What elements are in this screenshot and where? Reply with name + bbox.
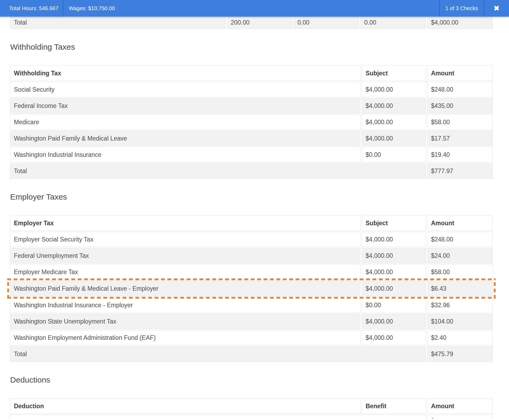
- tax-amount: $6.43: [427, 281, 493, 296]
- tax-subject: $4,000.00: [362, 131, 426, 146]
- employer-total-row: Total $475.79: [10, 346, 493, 362]
- table-row-wa-pfml[interactable]: Washington Paid Family & Medical Leave $…: [10, 131, 493, 146]
- employer-header-row: Employer Tax Subject Amount: [10, 215, 493, 231]
- table-row-medicare[interactable]: Medicare $4,000.00 $58.00: [10, 114, 493, 130]
- tax-name: Employer Medicare Tax: [10, 264, 361, 280]
- highlighted-row-wrapper: Washington Paid Family & Medical Leave -…: [10, 281, 493, 296]
- tax-subject: $4,000.00: [362, 82, 426, 97]
- earnings-total-value: 200.00: [227, 17, 292, 29]
- tax-amount: $248.00: [427, 232, 493, 247]
- tax-subject: $4,000.00: [362, 98, 426, 114]
- deductions-header-row: Deduction Benefit Amount: [10, 398, 493, 414]
- table-row-federal-unemployment[interactable]: Federal Unemployment Tax $4,000.00 $24.0…: [10, 248, 493, 263]
- column-header-withholding-tax: Withholding Tax: [10, 65, 361, 81]
- table-row-wa-eaf[interactable]: Washington Employment Administration Fun…: [10, 330, 493, 345]
- tax-subject: $4,000.00: [362, 248, 426, 263]
- wages-label: Wages: $10,750.00: [63, 0, 121, 17]
- checks-indicator: 1 of 3 Checks: [440, 0, 484, 17]
- tax-name: Washington State Unemployment Tax: [10, 314, 361, 329]
- tax-name: Washington Paid Family & Medical Leave: [10, 131, 361, 146]
- withholding-taxes-heading: Withholding Taxes: [10, 42, 493, 52]
- tax-subject: $0.00: [362, 147, 426, 162]
- tax-subject: $4,000.00: [362, 264, 426, 280]
- total-label: Total: [10, 346, 426, 362]
- earnings-total-value: $4,000.00: [427, 17, 493, 29]
- withholding-taxes-table: Withholding Tax Subject Amount Social Se…: [10, 65, 493, 179]
- tax-name: Washington Paid Family & Medical Leave -…: [10, 281, 361, 296]
- tax-subject: $4,000.00: [362, 232, 426, 247]
- table-row-employer-social-security[interactable]: Employer Social Security Tax $4,000.00 $…: [10, 232, 493, 247]
- tax-amount: $24.00: [427, 248, 493, 263]
- earnings-total-label: Total: [10, 17, 226, 29]
- total-label: Total: [10, 163, 426, 179]
- column-header-benefit: Benefit: [362, 398, 426, 414]
- withholding-total-row: Total $777.97: [10, 163, 493, 179]
- table-row-wa-industrial-insurance-employer[interactable]: Washington Industrial Insurance - Employ…: [10, 297, 493, 313]
- column-header-subject: Subject: [362, 65, 426, 81]
- tax-subject: $0.00: [362, 297, 426, 313]
- tax-amount: $104.00: [427, 314, 493, 329]
- tax-amount: $58.00: [427, 264, 493, 280]
- tax-subject: $4,000.00: [362, 330, 426, 345]
- wages-text: Wages: $10,750.00: [69, 5, 115, 11]
- table-row-wa-state-unemployment[interactable]: Washington State Unemployment Tax $4,000…: [10, 314, 493, 329]
- statusbar-spacer: [120, 0, 439, 17]
- table-row-wa-pfml-employer-highlighted[interactable]: Washington Paid Family & Medical Leave -…: [10, 281, 493, 296]
- tax-name: Washington Industrial Insurance - Employ…: [10, 297, 361, 313]
- deduction-name: [10, 415, 426, 418]
- column-header-amount: Amount: [427, 65, 493, 81]
- total-amount: $475.79: [427, 346, 493, 362]
- deductions-table: Deduction Benefit Amount $: [10, 398, 493, 418]
- check-detail-panel: Total 200.00 0.00 0.00 $4,000.00 Withhol…: [0, 17, 509, 418]
- deduction-row-partial[interactable]: $: [10, 415, 493, 418]
- withholding-header-row: Withholding Tax Subject Amount: [10, 65, 493, 81]
- checks-text: 1 of 3 Checks: [445, 5, 478, 11]
- tax-name: Federal Unemployment Tax: [10, 248, 361, 263]
- deduction-amount: $: [427, 415, 493, 418]
- earnings-total-row: Total 200.00 0.00 0.00 $4,000.00: [10, 17, 493, 29]
- tax-name: Social Security: [10, 82, 361, 97]
- table-row-federal-income-tax[interactable]: Federal Income Tax $4,000.00 $435.00: [10, 98, 493, 114]
- deductions-heading: Deductions: [10, 375, 493, 384]
- tax-subject: $4,000.00: [362, 114, 426, 130]
- table-row-employer-medicare[interactable]: Employer Medicare Tax $4,000.00 $58.00: [10, 264, 493, 280]
- tax-subject: $4,000.00: [362, 314, 426, 329]
- tax-amount: $248.00: [427, 82, 493, 97]
- employer-taxes-table: Employer Tax Subject Amount Employer Soc…: [10, 215, 493, 362]
- table-row-wa-industrial-insurance[interactable]: Washington Industrial Insurance $0.00 $1…: [10, 147, 493, 162]
- tax-amount: $17.57: [427, 131, 493, 146]
- total-amount: $777.97: [427, 163, 493, 179]
- tax-subject: $4,000.00: [362, 281, 426, 296]
- employer-taxes-heading: Employer Taxes: [10, 192, 493, 201]
- tax-amount: $19.40: [427, 147, 493, 162]
- close-icon: ✖: [494, 5, 500, 12]
- column-header-employer-tax: Employer Tax: [10, 215, 361, 231]
- tax-name: Washington Employment Administration Fun…: [10, 330, 361, 345]
- table-row-social-security[interactable]: Social Security $4,000.00 $248.00: [10, 82, 493, 97]
- earnings-total-value: 0.00: [361, 17, 426, 29]
- tax-name: Washington Industrial Insurance: [10, 147, 361, 162]
- tax-amount: $2.40: [427, 330, 493, 345]
- column-header-amount: Amount: [427, 398, 493, 414]
- total-hours-label: Total Hours: 546.667: [0, 0, 63, 17]
- column-header-deduction: Deduction: [10, 398, 361, 414]
- total-hours-text: Total Hours: 546.667: [9, 5, 58, 11]
- tax-name: Federal Income Tax: [10, 98, 361, 114]
- tax-name: Medicare: [10, 114, 361, 130]
- tax-amount: $58.00: [427, 114, 493, 130]
- column-header-subject: Subject: [362, 215, 426, 231]
- earnings-total-value: 0.00: [294, 17, 359, 29]
- close-button[interactable]: ✖: [484, 0, 509, 17]
- column-header-amount: Amount: [427, 215, 493, 231]
- tax-name: Employer Social Security Tax: [10, 232, 361, 247]
- status-bar: Total Hours: 546.667 Wages: $10,750.00 1…: [0, 0, 509, 17]
- tax-amount: $435.00: [427, 98, 493, 114]
- tax-amount: $32.96: [427, 297, 493, 313]
